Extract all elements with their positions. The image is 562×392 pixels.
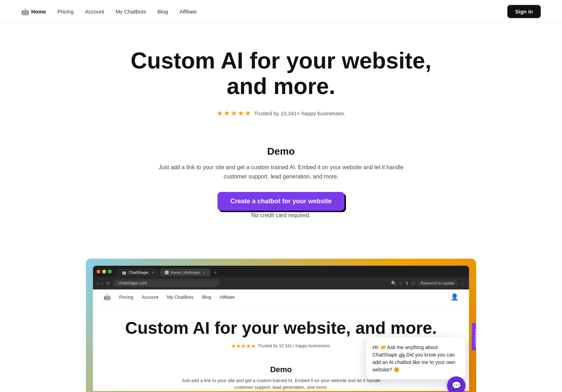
- back-icon[interactable]: ‹: [97, 280, 99, 286]
- browser-addressbar: ‹ › ↻ chatshape.com 🔍 ☆ ⬆ ⊡ Relaunch to …: [93, 277, 469, 289]
- create-chatbot-button[interactable]: Create a chatbot for your website: [217, 192, 344, 211]
- nav-link-blog[interactable]: Blog: [158, 9, 168, 15]
- nav-link-my-chatbots[interactable]: My ChatBots: [116, 9, 146, 15]
- tabs-icon[interactable]: ⊡: [411, 281, 415, 286]
- browser-mockup: 🤖 ChatShape ✕ 🅰 Home | Anthropic ✕ + ‹ ›…: [86, 259, 476, 392]
- browser-tabbar: 🤖 ChatShape ✕ 🅰 Home | Anthropic ✕ +: [93, 266, 469, 277]
- bookmark-icon[interactable]: ☆: [399, 281, 403, 286]
- feedback-tab[interactable]: Feedback: [472, 323, 476, 350]
- dot-maximize[interactable]: [108, 270, 112, 274]
- share-icon[interactable]: ⬆: [405, 281, 409, 286]
- nav-left: 🤖 Home Pricing Account My ChatBots Blog …: [21, 8, 197, 16]
- main-nav: 🤖 Home Pricing Account My ChatBots Blog …: [0, 0, 562, 23]
- tab2-label: Home | Anthropic: [171, 270, 200, 275]
- chatbot-circle-button[interactable]: 💬: [447, 376, 465, 392]
- nav-link-account[interactable]: Account: [85, 9, 104, 15]
- nav-link-affiliate[interactable]: Affiliate: [180, 9, 197, 15]
- hero-section: Custom AI for your website, and more. ★★…: [0, 23, 562, 142]
- inner-nav: 🤖 Pricing Account My ChatBots Blog Affil…: [93, 289, 469, 305]
- trusted-text: Trusted by 10,341+ happy businesses.: [254, 110, 346, 116]
- demo-section: Demo Just add a link to your site and ge…: [0, 142, 562, 237]
- new-tab-button[interactable]: +: [211, 268, 220, 277]
- stars-row: ★★★★★ Trusted by 10,341+ happy businesse…: [7, 109, 555, 117]
- browser-dots: [97, 270, 112, 276]
- chatbot-circle-icon: 💬: [452, 381, 461, 390]
- inner-trusted-text: Trusted by 10,341+ happy businesses.: [258, 343, 331, 348]
- tab-close-icon[interactable]: ✕: [151, 271, 154, 275]
- tab2-close-icon[interactable]: ✕: [203, 271, 205, 275]
- browser-tab-chatshape[interactable]: 🤖 ChatShape ✕: [117, 269, 159, 277]
- forward-icon[interactable]: ›: [102, 280, 104, 286]
- inner-nav-blog[interactable]: Blog: [202, 294, 211, 300]
- reload-icon[interactable]: ↻: [106, 280, 110, 286]
- star-icons: ★★★★★: [216, 109, 252, 117]
- hero-heading: Custom AI for your website, and more.: [121, 48, 441, 99]
- browser-nav-controls: ‹ › ↻: [97, 280, 110, 286]
- chatbot-popup-text: Hi! 🤝 Ask me anything about ChatShape 🤖 …: [373, 344, 455, 372]
- inner-nav-avatar-icon: 👤: [451, 293, 458, 301]
- logo-emoji: 🤖: [21, 8, 29, 16]
- tab-label: ChatShape: [129, 270, 148, 275]
- relaunch-button[interactable]: Relaunch to update: [417, 280, 458, 287]
- demo-title: Demo: [7, 146, 555, 157]
- browser-tab-anthropic[interactable]: 🅰 Home | Anthropic ✕: [160, 269, 210, 276]
- inner-nav-account[interactable]: Account: [142, 294, 159, 300]
- sign-in-button[interactable]: Sign in: [507, 5, 541, 18]
- logo-label: Home: [31, 9, 46, 15]
- demo-description: Just add a link to your site and get a c…: [146, 163, 416, 181]
- inner-demo-description: Just add a link to your site and get a c…: [175, 377, 387, 391]
- inner-nav-logo: 🤖: [104, 294, 111, 300]
- more-icon[interactable]: ⋮: [460, 281, 465, 286]
- dot-close[interactable]: [97, 270, 100, 274]
- inner-nav-my-chatbots[interactable]: My ChatBots: [167, 294, 193, 300]
- no-credit-card-text: No credit card required.: [146, 211, 416, 220]
- nav-link-pricing[interactable]: Pricing: [57, 9, 74, 15]
- nav-logo[interactable]: 🤖 Home: [21, 8, 46, 16]
- address-bar[interactable]: chatshape.com: [113, 279, 220, 287]
- tab2-favicon: 🅰: [165, 271, 169, 275]
- inner-hero-heading: Custom AI for your website, and more.: [100, 319, 462, 338]
- tab-favicon: 🤖: [122, 270, 127, 275]
- browser-actions: 🔍 ☆ ⬆ ⊡ Relaunch to update ⋮: [391, 280, 465, 287]
- inner-nav-affiliate[interactable]: Affiliate: [220, 294, 235, 300]
- dot-minimize[interactable]: [102, 270, 106, 274]
- search-addr-icon[interactable]: 🔍: [391, 281, 397, 286]
- inner-nav-pricing[interactable]: Pricing: [119, 294, 133, 300]
- feedback-tab-wrapper: Feedback: [472, 323, 476, 350]
- inner-star-icons: ★★★★★: [231, 343, 256, 349]
- chatbot-popup: Hi! 🤝 Ask me anything about ChatShape 🤖 …: [366, 337, 465, 379]
